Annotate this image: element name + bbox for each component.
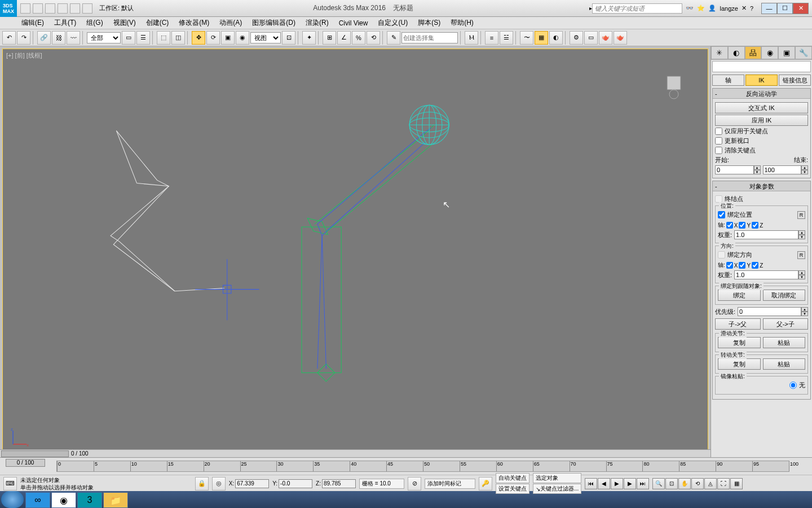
spinner-precedence[interactable]: ▲▼ [738,307,808,316]
set-key-button[interactable]: 设置关键点 [496,484,529,494]
add-time-tag[interactable]: 添加时间标记 [425,479,475,489]
isolate-icon[interactable]: ◎ [212,477,226,491]
spinner-end[interactable]: ▲▼ [763,165,809,174]
angle-snap-icon[interactable]: ∠ [337,31,351,45]
menu-civil-view[interactable]: Civil View [334,18,373,28]
radio-mirror-none[interactable]: 无 [789,381,805,389]
qat-open-icon[interactable] [33,3,43,14]
rotate-icon[interactable]: ⟳ [206,31,220,45]
tab-create-icon[interactable]: ✳ [711,46,728,59]
btn-r-pos[interactable]: R [797,211,805,219]
edit-named-sel-icon[interactable]: ✎ [387,31,400,45]
chk-axis-x-pos[interactable] [726,222,733,229]
mirror-icon[interactable]: Ⲙ [465,31,478,45]
close-button[interactable]: ✕ [793,3,809,14]
rollout-ik-header[interactable]: 反向运动学 [713,89,810,99]
maxscript-icon[interactable]: ⌨ [3,477,17,491]
signin-icon[interactable]: ⭐ [697,5,705,12]
unlink-icon[interactable]: ⛓ [52,31,65,45]
material-editor-icon[interactable]: ◐ [549,31,563,45]
lock-selection-icon[interactable]: 🔒 [195,477,209,491]
chk-axis-z-pos[interactable] [752,222,758,229]
scale-icon[interactable]: ▣ [221,31,235,45]
fov-icon[interactable]: ◬ [704,478,717,489]
minimize-button[interactable]: — [761,3,777,14]
snap-toggle-icon[interactable]: ⊞ [323,31,336,45]
layers-icon[interactable]: ☱ [500,31,513,45]
chk-bind-orientation[interactable]: 绑定方向 [718,251,752,259]
btn-interactive-ik[interactable]: 交互式 IK [715,102,808,113]
ref-coord-system[interactable]: 视图 [250,32,281,43]
btn-parent-to-child[interactable]: 父->子 [763,318,809,330]
spinner-weight-orient[interactable]: ▲▼ [734,270,805,279]
chk-axis-z-orient[interactable] [752,262,758,269]
zoom-icon[interactable]: 🔍 [652,478,665,489]
menu-tools[interactable]: 工具(T) [50,17,81,29]
spinner-snap-icon[interactable]: ⟲ [367,31,380,45]
btn-bind[interactable]: 绑定 [718,290,761,301]
menu-customize[interactable]: 自定义(U) [373,17,412,29]
time-slider[interactable]: 0 / 100 [6,459,45,467]
btn-apply-ik[interactable]: 应用 IK [715,115,808,126]
goto-start-icon[interactable]: ⏮ [585,478,597,489]
render-frame-icon[interactable]: ▭ [584,31,598,45]
chk-update-viewport[interactable]: 更新视口 [715,137,808,145]
window-crossing-icon[interactable]: ◫ [171,31,185,45]
placement-icon[interactable]: ◉ [236,31,249,45]
taskbar-explorer[interactable]: 📁 [103,492,128,508]
zoom-extents-icon[interactable]: ⛶ [717,478,730,489]
select-region-icon[interactable]: ⬚ [157,31,170,45]
chk-bind-position[interactable]: 绑定位置 [718,211,752,219]
tab-utilities-icon[interactable]: 🔧 [795,46,812,59]
curve-editor-icon[interactable]: 〜 [520,31,533,45]
viewport-front[interactable]: [+] [前] [线框] x z [2,49,708,455]
btn-rot-paste[interactable]: 粘贴 [763,358,806,370]
undo-icon[interactable]: ↶ [2,31,16,45]
menu-modifiers[interactable]: 修改器(M) [174,17,214,29]
help-search-input[interactable] [592,3,682,14]
render-prod-icon[interactable]: 🫖 [614,31,627,45]
workspace-selector[interactable]: 工作区: 默认 [96,4,137,12]
play-icon[interactable]: ▶ [611,478,623,489]
exchange-icon[interactable]: ✕ [742,5,747,12]
spinner-weight-pos[interactable]: ▲▼ [734,230,805,239]
link-icon[interactable]: 🔗 [37,31,51,45]
prev-frame-icon[interactable]: ◀ [598,478,610,489]
goto-end-icon[interactable]: ⏭ [637,478,649,489]
btn-rot-copy[interactable]: 复制 [718,358,761,370]
select-icon[interactable]: ▭ [122,31,135,45]
help-icon[interactable]: ? [750,5,753,12]
tab-display-icon[interactable]: ▣ [778,46,795,59]
qat-undo-icon[interactable] [58,3,68,14]
next-frame-icon[interactable]: ▶ [624,478,636,489]
move-icon[interactable]: ✥ [192,31,205,45]
chk-axis-y-orient[interactable] [739,262,745,269]
user-icon[interactable]: 👤 [708,5,716,12]
spinner-start[interactable]: ▲▼ [715,165,761,174]
named-selection-set[interactable] [401,32,458,43]
align-icon[interactable]: ≡ [485,31,498,45]
qat-save-icon[interactable] [45,3,55,14]
coord-z[interactable]: Z: [316,479,356,488]
menu-help[interactable]: 帮助(H) [446,17,478,29]
subtab-link-info[interactable]: 链接信息 [779,75,811,86]
max-viewport-icon[interactable]: ▦ [730,478,743,489]
qat-redo-icon[interactable] [70,3,80,14]
scrollbar-thumb[interactable] [1,450,69,457]
btn-child-to-parent[interactable]: 子->父 [715,318,761,330]
render-icon[interactable]: 🫖 [599,31,612,45]
subtab-ik[interactable]: IK [745,75,778,86]
qat-new-icon[interactable] [20,3,30,14]
menu-script[interactable]: 脚本(S) [413,17,445,29]
btn-sliding-copy[interactable]: 复制 [718,337,761,348]
key-mode-icon[interactable]: 🔑 [479,477,492,491]
menu-view[interactable]: 视图(V) [109,17,140,29]
infocenter-icon[interactable]: 👓 [686,5,694,12]
maximize-button[interactable]: ☐ [777,3,793,14]
chk-keys-only[interactable]: 仅应用于关键点 [715,127,808,135]
subtab-pivot[interactable]: 轴 [712,75,744,86]
menu-graph-editors[interactable]: 图形编辑器(D) [248,17,300,29]
select-name-icon[interactable]: ☰ [136,31,150,45]
btn-sliding-paste[interactable]: 粘贴 [763,337,806,348]
viewport-scrollbar[interactable]: 0 / 100 [0,449,710,457]
